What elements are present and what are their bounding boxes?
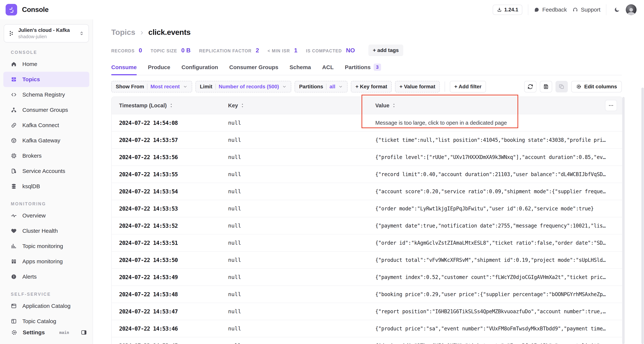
chevron-down-icon	[338, 84, 343, 89]
table-row[interactable]: 2024-07-22 14:53:50 null {"product_total…	[112, 251, 622, 268]
headphones-icon	[572, 7, 578, 12]
table-row[interactable]: 2024-07-22 14:53:47 null {"report_positi…	[112, 303, 622, 320]
table-scrollbar[interactable]	[622, 97, 624, 344]
cell-value: {"profile_level":["rUUe","UXv17HXXXDmXA9…	[368, 154, 622, 160]
feedback-link[interactable]: Feedback	[534, 6, 567, 13]
table-row[interactable]: 2024-07-22 14:53:52 null {"payment_date"…	[112, 217, 622, 234]
support-label: Support	[581, 6, 600, 13]
copy-button	[556, 81, 568, 92]
stat-min-isr: < MIN ISR 1	[268, 47, 298, 54]
sidebar-item-home[interactable]: Home	[3, 56, 89, 72]
tab-configuration[interactable]: Configuration	[182, 64, 218, 75]
sidebar-item-apps-monitoring[interactable]: Apps monitoring	[3, 254, 89, 269]
sidebar-item-service-accounts[interactable]: Service Accounts	[3, 164, 89, 179]
cell-timestamp: 2024-07-22 14:53:47	[112, 308, 221, 315]
filter-partitions[interactable]: Partitions all	[294, 81, 348, 92]
version-button[interactable]: 1.24.1	[493, 5, 522, 15]
table-row[interactable]: 2024-07-22 14:53:53 null {"order_mode":"…	[112, 200, 622, 217]
cell-value-too-large-message[interactable]: Message is too large, click to open in a…	[368, 120, 622, 126]
cell-value: {"order_mode":"LyRwt1kjgIEpPqJbFwitu","u…	[368, 206, 622, 212]
page-scrollbar[interactable]	[642, 88, 644, 344]
sidebar-item-kafka-gateway[interactable]: Kafka Gateway	[3, 133, 89, 148]
column-header-timestamp-local[interactable]: Timestamp (Local)	[112, 102, 221, 109]
cell-value: {"ticket_time":null,"list_position":4104…	[368, 137, 622, 143]
stat-records: RECORDS 0	[111, 47, 142, 54]
sidebar-item-consumer-groups[interactable]: Consumer Groups	[3, 102, 89, 118]
cell-key: null	[221, 120, 368, 126]
cell-key: null	[221, 137, 368, 143]
home-icon	[10, 61, 17, 68]
table-row[interactable]: 2024-07-22 14:53:46 null {"product_price…	[112, 320, 622, 337]
cell-key: null	[221, 274, 368, 280]
table-row[interactable]: 2024-07-22 14:53:48 null {"booking_price…	[112, 286, 622, 303]
table-row[interactable]: 2024-07-22 14:53:54 null {"account_score…	[112, 182, 622, 200]
cell-timestamp: 2024-07-22 14:53:51	[112, 240, 221, 246]
edit-columns-button[interactable]: Edit columns	[571, 81, 622, 92]
key-format-button[interactable]: + Key format	[351, 81, 392, 92]
cluster-nodes-icon	[8, 30, 14, 36]
sidebar-item-alerts[interactable]: Alerts	[3, 269, 89, 284]
cell-timestamp: 2024-07-22 14:53:50	[112, 257, 221, 263]
filter-limit[interactable]: Limit Number of records (500)	[196, 81, 292, 92]
tab-schema[interactable]: Schema	[290, 64, 311, 75]
sidebar-item-topic-monitoring[interactable]: Topic monitoring	[3, 238, 89, 254]
button-label: Edit columns	[584, 84, 617, 90]
filter-show-from[interactable]: Show From Most recent	[111, 81, 192, 92]
brokers-icon	[10, 152, 17, 159]
tab-produce[interactable]: Produce	[148, 64, 170, 75]
stat-value: 0 B	[181, 47, 191, 54]
tab-label: Configuration	[182, 64, 218, 70]
cell-timestamp: 2024-07-22 14:53:56	[112, 154, 221, 160]
cluster-selector[interactable]: Julien's cloud - Kafka shadow-julien	[4, 24, 89, 42]
sidebar-item-cluster-health[interactable]: Cluster Health	[3, 223, 89, 238]
filter-label: Partitions	[299, 84, 323, 90]
breadcrumb-topics-link[interactable]: Topics	[111, 28, 135, 37]
sidebar-item-kafka-connect[interactable]: Kafka Connect	[3, 118, 89, 133]
sidebar-item-schema-registry[interactable]: Schema Registry	[3, 87, 89, 102]
column-label: Timestamp (Local)	[119, 102, 167, 109]
column-header-value[interactable]: Value	[368, 102, 622, 109]
conduktor-logo-icon	[6, 4, 17, 16]
sidebar-item-settings[interactable]: Settings main	[0, 324, 92, 344]
table-row[interactable]: 2024-07-22 14:53:51 null {"order_id":"kA…	[112, 234, 622, 251]
table-row[interactable]: 2024-07-22 14:53:56 null {"profile_level…	[112, 148, 622, 166]
chevrons-up-down-icon	[79, 30, 84, 36]
avatar[interactable]	[626, 4, 636, 15]
sidebar-item-ksqldb[interactable]: ksqlDB	[3, 179, 89, 194]
stat-value: 0	[139, 47, 142, 54]
add-filter-button[interactable]: + Add filter	[450, 81, 486, 92]
tab-acl[interactable]: ACL	[322, 64, 334, 75]
sidebar-item-application-catalog[interactable]: Application Catalog	[3, 298, 89, 314]
refresh-button[interactable]	[524, 81, 536, 92]
table-row[interactable]: 2024-07-22 14:54:08 null Message is too …	[112, 114, 622, 131]
table-row[interactable]: 2024-07-22 14:53:45 null {"device_id":"2…	[112, 337, 622, 344]
schema-registry-icon	[10, 91, 17, 98]
divider	[326, 84, 326, 90]
tab-label: Partitions	[345, 64, 370, 70]
sidebar-item-topics[interactable]: Topics	[3, 72, 89, 87]
table-options-button[interactable]	[605, 100, 617, 111]
column-header-key[interactable]: Key	[221, 102, 368, 109]
table-row[interactable]: 2024-07-22 14:53:49 null {"payment_index…	[112, 268, 622, 286]
add-tags-button[interactable]: + add tags	[368, 44, 403, 56]
filter-label: Limit	[200, 84, 212, 90]
save-view-button[interactable]	[540, 81, 552, 92]
value-format-button[interactable]: + Value format	[395, 81, 440, 92]
table-row[interactable]: 2024-07-22 14:53:55 null {"record_limit"…	[112, 166, 622, 182]
tab-partitions[interactable]: Partitions3	[345, 64, 381, 75]
chevron-right-icon	[140, 30, 144, 35]
table-row[interactable]: 2024-07-22 14:53:57 null {"ticket_time":…	[112, 131, 622, 148]
button-label: + Key format	[355, 84, 387, 90]
cell-timestamp: 2024-07-22 14:53:52	[112, 222, 221, 229]
tab-consume[interactable]: Consume	[111, 64, 137, 75]
tab-badge: 3	[374, 64, 381, 71]
cell-timestamp: 2024-07-22 14:53:57	[112, 137, 221, 143]
collapse-sidebar-icon[interactable]	[81, 329, 87, 336]
sidebar-item-overview[interactable]: Overview	[3, 208, 89, 223]
sidebar-item-label: Brokers	[22, 152, 42, 159]
support-link[interactable]: Support	[572, 6, 600, 13]
cell-timestamp: 2024-07-22 14:54:08	[112, 120, 221, 126]
sidebar-item-brokers[interactable]: Brokers	[3, 148, 89, 164]
tab-consumer-groups[interactable]: Consumer Groups	[229, 64, 278, 75]
dark-mode-toggle[interactable]	[614, 6, 620, 13]
